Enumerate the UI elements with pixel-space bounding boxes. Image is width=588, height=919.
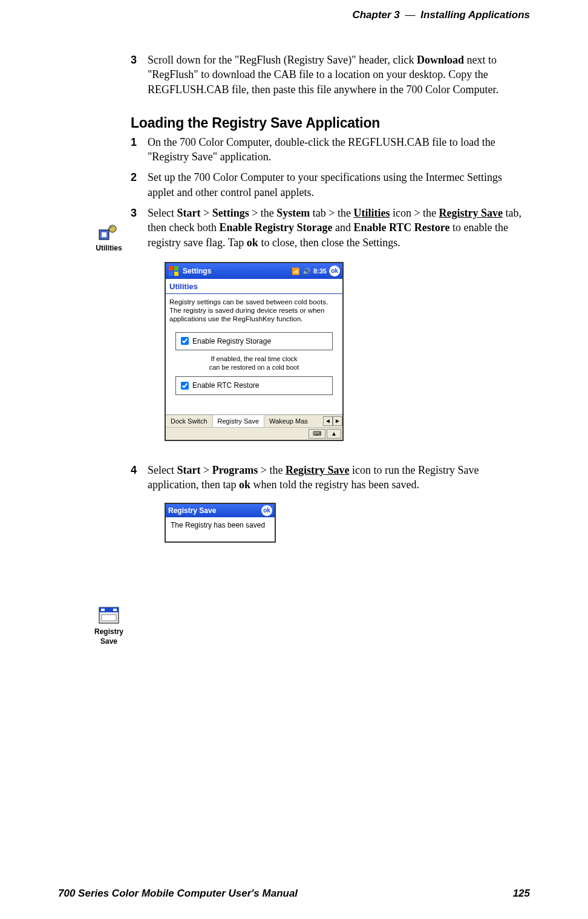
step-text: On the 700 Color Computer, double-click … (148, 136, 495, 163)
svg-rect-13 (174, 272, 178, 276)
step-text: Set up the 700 Color Computer to your sp… (148, 171, 502, 198)
ok-button[interactable]: ok (261, 505, 272, 516)
dialog-title: Registry Save (168, 506, 261, 515)
checkbox-label: Enable RTC Restore (192, 381, 260, 390)
dialog-body: The Registry has been saved (166, 517, 275, 541)
running-header: Chapter 3 — Installing Applications (58, 8, 530, 22)
step-number: 2 (131, 170, 137, 185)
tab-wakeup-mask[interactable]: Wakeup Mas (264, 415, 313, 428)
checkbox-input[interactable] (181, 337, 189, 345)
utilities-margin-icon: Utilities (91, 224, 127, 253)
settings-subheader: Utilities (166, 279, 342, 294)
step-text: Scroll down for the "RegFlush (Registry … (148, 54, 498, 96)
tab-scroll-left[interactable]: ◄ (323, 416, 333, 426)
svg-rect-12 (169, 272, 173, 276)
svg-rect-7 (101, 609, 105, 611)
system-tray: 📶 🔊 8:35 ok (292, 266, 340, 276)
svg-rect-1 (102, 232, 106, 237)
input-panel-bar: ⌨ ▲ (166, 427, 342, 440)
checkbox-label: Enable Registry Storage (192, 336, 271, 346)
step-number: 4 (131, 463, 137, 477)
svg-rect-8 (113, 609, 117, 611)
list-item: 3 Select Start > Settings > the System t… (131, 206, 530, 441)
dialog-titlebar: Registry Save ok (166, 504, 275, 517)
speaker-icon: 🔊 (302, 267, 311, 276)
start-flag-icon[interactable] (168, 266, 179, 276)
step-number: 3 (131, 206, 137, 220)
step-text: Select Start > Settings > the System tab… (148, 207, 521, 249)
registry-save-dialog: Registry Save ok The Registry has been s… (165, 503, 276, 543)
utilities-icon (98, 224, 120, 242)
chapter-title: Installing Applications (420, 9, 530, 21)
rtc-hint: If enabled, the real time clock can be r… (166, 355, 342, 372)
page-footer: 700 Series Color Mobile Computer User's … (58, 887, 530, 901)
tab-registry-save[interactable]: Registry Save (213, 414, 264, 428)
svg-rect-10 (169, 266, 173, 270)
footer-page-number: 125 (513, 887, 530, 901)
settings-description: Registry settings can be saved between c… (166, 294, 342, 330)
utilities-icon-label: Utilities (96, 244, 122, 252)
clock-text: 8:35 (313, 267, 327, 276)
tab-scroll-arrows: ◄ ► (323, 416, 342, 426)
step-text: Select Start > Programs > the Registry S… (148, 464, 479, 491)
list-item: 2 Set up the 700 Color Computer to your … (131, 170, 530, 200)
list-item: 1 On the 700 Color Computer, double-clic… (131, 135, 530, 165)
step-number: 3 (131, 53, 137, 67)
checkbox-input[interactable] (181, 382, 189, 390)
chapter-label: Chapter 3 (352, 9, 399, 21)
settings-tabbar: Dock Switch Registry Save Wakeup Mas ◄ ► (166, 414, 342, 428)
settings-screenshot: Settings 📶 🔊 8:35 ok Utilities Registry … (165, 262, 344, 441)
registry-save-icon-label: Registry Save (94, 627, 123, 646)
tab-dock-switch[interactable]: Dock Switch (166, 415, 213, 428)
section-heading: Loading the Registry Save Application (131, 114, 530, 132)
registry-save-margin-icon: Registry Save (91, 605, 127, 646)
header-dash: — (403, 9, 418, 21)
input-panel-up[interactable]: ▲ (327, 429, 341, 439)
list-item: 3 Scroll down for the "RegFlush (Registr… (131, 53, 530, 97)
enable-registry-storage-checkbox[interactable]: Enable Registry Storage (175, 332, 333, 350)
ok-button[interactable]: ok (329, 266, 340, 276)
settings-title: Settings (183, 266, 292, 276)
list-item: 4 Select Start > Programs > the Registry… (131, 463, 530, 543)
signal-icon: 📶 (292, 267, 300, 276)
keyboard-icon[interactable]: ⌨ (309, 429, 325, 439)
registry-save-icon (97, 605, 121, 626)
tab-scroll-right[interactable]: ► (333, 416, 342, 426)
settings-titlebar: Settings 📶 🔊 8:35 ok (166, 263, 342, 279)
footer-manual-title: 700 Series Color Mobile Computer User's … (58, 887, 298, 901)
svg-rect-11 (174, 266, 178, 270)
svg-rect-9 (102, 615, 116, 621)
step-number: 1 (131, 135, 137, 149)
enable-rtc-restore-checkbox[interactable]: Enable RTC Restore (175, 376, 333, 394)
